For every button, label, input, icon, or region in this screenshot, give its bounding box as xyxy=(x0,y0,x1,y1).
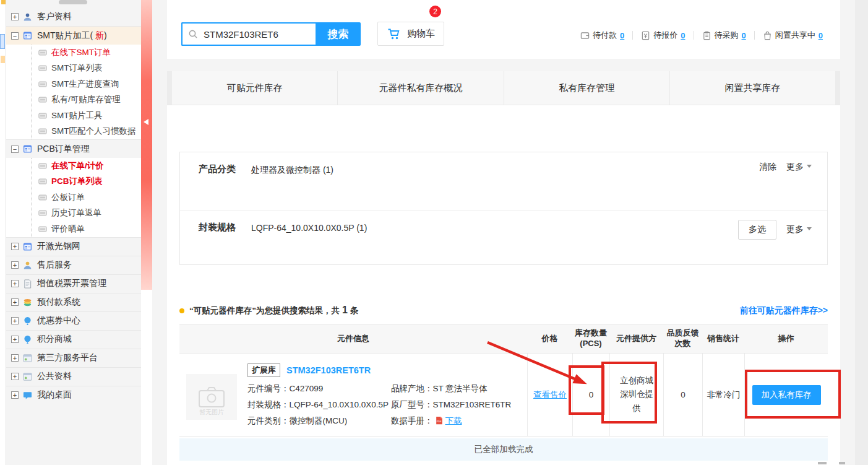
tab[interactable]: 私有库存管理 xyxy=(504,71,669,105)
sidebar-item[interactable]: +积分商城 xyxy=(6,330,141,349)
cart-badge: 2 xyxy=(429,6,441,17)
expand-box-icon[interactable]: + xyxy=(11,243,19,250)
sidebar-item[interactable]: +开激光钢网 xyxy=(6,237,141,256)
collapse-box-icon[interactable]: − xyxy=(11,32,19,40)
tab[interactable]: 闲置共享库存 xyxy=(669,71,835,105)
chevron-down-icon xyxy=(807,227,812,233)
sidebar-item[interactable]: +客户资料 xyxy=(6,7,141,26)
sidebar-item[interactable]: +第三方服务平台 xyxy=(6,349,141,367)
multi-select-button[interactable]: 多选 xyxy=(738,220,776,240)
sidebar-subitem[interactable]: 在线下SMT订单 xyxy=(6,45,141,61)
sidebar-subitem[interactable]: SMT匹配个人习惯数据 xyxy=(6,124,141,140)
scrollbar-track[interactable] xyxy=(855,0,868,465)
expand-box-icon[interactable]: + xyxy=(11,373,19,380)
sidebar-item[interactable]: +我的桌面 xyxy=(6,386,141,404)
sidebar-item-label: PCB订单管理 xyxy=(37,144,90,155)
sidebar-item-label: 优惠券中心 xyxy=(37,315,80,326)
filter-actions: 清除更多 xyxy=(759,162,812,173)
filter-value[interactable]: LQFP-64_10.0X10.0X0.5P (1) xyxy=(251,223,367,233)
view-price-link[interactable]: 查看售价 xyxy=(533,389,567,401)
filter-action-link[interactable]: 更多 xyxy=(786,162,812,173)
collapse-box-icon[interactable]: − xyxy=(11,146,19,153)
sidebar-collapse-handle[interactable] xyxy=(141,0,152,290)
search-button[interactable]: 搜索 xyxy=(316,22,361,46)
table-row: 暂无图片 扩展库 STM32F103RET6TR 元件编号：C427099品牌产… xyxy=(179,354,828,437)
add-private-stock-button[interactable]: 加入私有库存 xyxy=(752,385,821,405)
search-input[interactable] xyxy=(181,22,316,46)
expand-box-icon[interactable]: + xyxy=(11,317,19,324)
cutoff-fragment xyxy=(1,56,5,63)
sidebar-subitem[interactable]: PCB订单列表 xyxy=(6,174,141,190)
datasheet-download-link[interactable]: 下载 xyxy=(445,416,462,425)
sidebar-item[interactable]: −SMT贴片加工( 新) xyxy=(6,26,141,45)
expand-box-icon[interactable]: + xyxy=(11,336,19,343)
expand-box-icon[interactable]: + xyxy=(11,354,19,362)
pay-icon xyxy=(580,31,590,40)
expand-box-icon[interactable]: + xyxy=(11,391,19,399)
balloon-icon xyxy=(23,316,32,326)
sidebar-subitem[interactable]: 评价晒单 xyxy=(6,221,141,237)
quick-link-count[interactable]: 0 xyxy=(819,31,823,40)
expand-box-icon[interactable]: + xyxy=(11,280,19,287)
sidebar-subitem[interactable]: SMT生产进度查询 xyxy=(6,76,141,92)
quick-link-count[interactable]: 0 xyxy=(742,31,746,40)
part-number-link[interactable]: STM32F103RET6TR xyxy=(286,365,371,375)
expand-box-icon[interactable]: + xyxy=(11,298,19,306)
quick-link[interactable]: 待报价0 xyxy=(641,30,685,41)
no-image-placeholder: 暂无图片 xyxy=(186,374,237,420)
chevron-down-icon xyxy=(807,165,812,170)
quick-link[interactable]: 待付款0 xyxy=(580,30,624,41)
filter-action-link[interactable]: 清除 xyxy=(759,162,776,173)
sidebar-item[interactable]: +售后服务 xyxy=(6,256,141,274)
sidebar-subitem[interactable]: SMT贴片工具 xyxy=(6,108,141,124)
filter-action-link[interactable]: 更多 xyxy=(786,224,812,235)
filter-label: 产品分类 xyxy=(199,163,236,175)
sidebar-subitem[interactable]: SMT订单列表 xyxy=(6,61,141,77)
sidebar-subitem[interactable]: 在线下单/计价 xyxy=(6,158,141,174)
table-header-cell: 价格 xyxy=(527,334,572,344)
horizontal-scrollbar-thumb[interactable] xyxy=(59,0,87,4)
sidebar-subitem[interactable]: 历史订单返单 xyxy=(6,206,141,222)
sidebar-subitem-label: PCB订单列表 xyxy=(51,176,103,187)
sidebar-item-label: SMT贴片加工( 新) xyxy=(37,30,107,41)
sidebar-item[interactable]: +预付款系统 xyxy=(6,293,141,311)
tab[interactable]: 元器件私有库存概况 xyxy=(337,71,503,105)
sidebar-subitem-label: 在线下SMT订单 xyxy=(51,47,111,58)
sidebar: +客户资料−SMT贴片加工( 新)在线下SMT订单SMT订单列表SMT生产进度查… xyxy=(6,0,141,465)
sidebar-subitem[interactable]: 公板订单 xyxy=(6,189,141,206)
table-header-cell: 品质反馈 次数 xyxy=(663,328,702,349)
quick-link[interactable]: 待采购0 xyxy=(702,30,746,41)
results-line: “可贴元器件库存”为您提供搜索结果，共1条 前往可贴元器件库存>> xyxy=(179,305,828,316)
sidebar-subitem-label: SMT贴片工具 xyxy=(51,110,103,121)
quick-link-label: 待报价 xyxy=(653,30,677,41)
tab[interactable]: 可贴元件库存 xyxy=(172,71,337,105)
part-field: 原厂型号：STM32F103RET6TR xyxy=(391,399,511,411)
sidebar-submenu: 在线下SMT订单SMT订单列表SMT生产进度查询私有/可贴库存管理SMT贴片工具… xyxy=(6,45,141,139)
cart-button[interactable]: 购物车 xyxy=(377,22,444,46)
sidebar-item[interactable]: +公共资料 xyxy=(6,367,141,386)
sidebar-subitem[interactable]: 私有/可贴库存管理 xyxy=(6,92,141,108)
tab-strip: 可贴元件库存元器件私有库存概况私有库存管理闲置共享库存 xyxy=(167,71,840,105)
filter-value[interactable]: 处理器及微控制器 (1) xyxy=(251,165,333,176)
part-field: 元件编号：C427099 xyxy=(247,383,391,394)
svg-text:PDF: PDF xyxy=(436,420,441,423)
goto-stock-link[interactable]: 前往可贴元器件库存>> xyxy=(740,305,828,316)
results-table: 元件信息价格库存数量 (PCS)元件提供方品质反馈 次数销售统计操作 暂无图片 … xyxy=(179,324,828,437)
part-field: 数据手册：PDF下载 xyxy=(391,415,511,427)
expand-box-icon[interactable]: + xyxy=(11,261,19,269)
quick-link-count[interactable]: 0 xyxy=(681,31,685,40)
quick-link-label: 待采购 xyxy=(715,30,739,41)
sidebar-item[interactable]: +增值税票开票管理 xyxy=(6,274,141,293)
subitem-icon xyxy=(38,209,47,217)
expand-box-icon[interactable]: + xyxy=(11,13,19,20)
sidebar-item[interactable]: +优惠券中心 xyxy=(6,311,141,330)
quick-link[interactable]: 闲置共享中0 xyxy=(763,30,823,41)
chat-icon xyxy=(23,391,32,400)
subitem-icon xyxy=(38,178,47,185)
sidebar-item[interactable]: −PCB订单管理 xyxy=(6,139,141,158)
quick-link-count[interactable]: 0 xyxy=(620,31,624,40)
sidebar-subitem-label: SMT生产进度查询 xyxy=(51,79,119,90)
calendar-icon xyxy=(23,144,32,154)
tab-label: 元器件私有库存概况 xyxy=(379,82,462,94)
sales-value: 非常冷门 xyxy=(707,389,741,401)
